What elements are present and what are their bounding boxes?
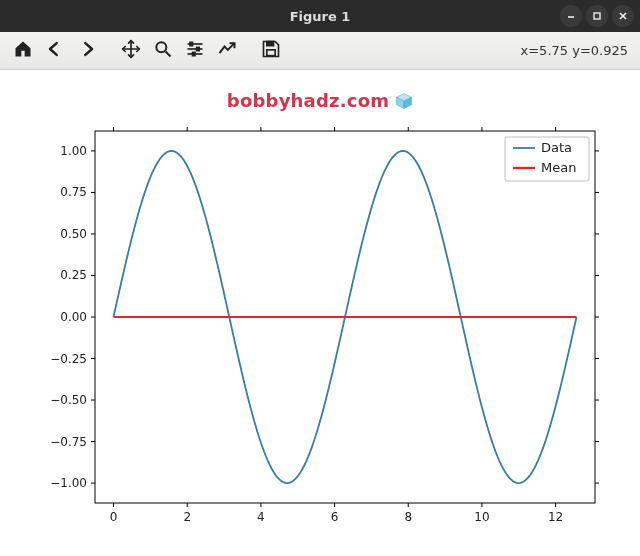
sliders-icon — [185, 39, 205, 63]
save-button[interactable] — [256, 36, 286, 66]
subplots-button[interactable] — [180, 36, 210, 66]
close-button[interactable] — [612, 5, 634, 27]
y-tick-label: 0.00 — [60, 310, 87, 324]
line-chart-icon — [217, 39, 237, 63]
svg-rect-11 — [190, 42, 193, 45]
svg-rect-12 — [197, 47, 200, 50]
legend-entry: Data — [541, 140, 572, 155]
x-tick-label: 10 — [474, 510, 489, 524]
y-tick-label: −0.75 — [50, 435, 87, 449]
y-tick-label: 0.75 — [60, 185, 87, 199]
line-chart: −1.00−0.75−0.50−0.250.000.250.500.751.00… — [25, 119, 615, 539]
zoom-button[interactable] — [148, 36, 178, 66]
x-tick-label: 2 — [183, 510, 191, 524]
home-icon — [13, 39, 33, 63]
x-tick-label: 8 — [404, 510, 412, 524]
save-icon — [261, 39, 281, 63]
arrow-right-icon — [77, 39, 97, 63]
window-controls — [560, 5, 634, 27]
figure-area: bobbyhadz.com −1.00−0.75−0.50−0.250.000.… — [0, 70, 640, 556]
titlebar: Figure 1 — [0, 0, 640, 32]
svg-point-6 — [156, 42, 166, 52]
back-button[interactable] — [40, 36, 70, 66]
y-tick-label: −0.25 — [50, 352, 87, 366]
forward-button[interactable] — [72, 36, 102, 66]
maximize-button[interactable] — [586, 5, 608, 27]
x-tick-label: 4 — [257, 510, 265, 524]
svg-rect-14 — [267, 41, 274, 45]
toolbar: x=5.75 y=0.925 — [0, 32, 640, 70]
axes-edit-button[interactable] — [212, 36, 242, 66]
home-button[interactable] — [8, 36, 38, 66]
minimize-button[interactable] — [560, 5, 582, 27]
svg-rect-13 — [193, 52, 196, 55]
y-tick-label: 1.00 — [60, 144, 87, 158]
magnifier-icon — [153, 39, 173, 63]
watermark-text: bobbyhadz.com — [227, 90, 389, 111]
window-title: Figure 1 — [290, 9, 351, 24]
cursor-coordinates: x=5.75 y=0.925 — [521, 43, 632, 58]
plot-area[interactable]: −1.00−0.75−0.50−0.250.000.250.500.751.00… — [25, 119, 615, 539]
legend-entry: Mean — [541, 160, 576, 175]
move-icon — [121, 39, 141, 63]
y-tick-label: −0.50 — [50, 393, 87, 407]
x-tick-label: 6 — [331, 510, 339, 524]
arrow-left-icon — [45, 39, 65, 63]
svg-line-7 — [166, 51, 171, 56]
cube-icon — [395, 92, 413, 110]
figure-watermark: bobbyhadz.com — [0, 70, 640, 111]
x-tick-label: 12 — [548, 510, 563, 524]
pan-button[interactable] — [116, 36, 146, 66]
y-tick-label: −1.00 — [50, 476, 87, 490]
svg-rect-1 — [594, 13, 600, 19]
y-tick-label: 0.25 — [60, 268, 87, 282]
svg-rect-15 — [267, 49, 275, 55]
x-tick-label: 0 — [110, 510, 118, 524]
y-tick-label: 0.50 — [60, 227, 87, 241]
